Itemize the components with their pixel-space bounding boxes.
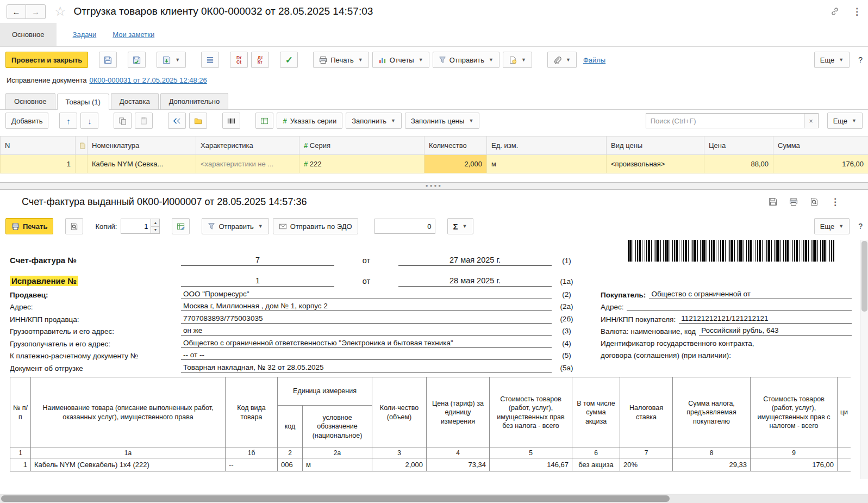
chevron-down-icon: ▼ xyxy=(358,57,363,63)
files-link[interactable]: Файлы xyxy=(583,56,605,64)
cell-cost-with-tax: 176,00 xyxy=(751,458,838,471)
cell-quantity[interactable]: 2,000 xyxy=(424,155,487,173)
printer-icon[interactable] xyxy=(789,197,798,206)
horizontal-scrollbar-thumb[interactable] xyxy=(1,495,670,502)
cell-price[interactable]: 88,00 xyxy=(704,155,773,173)
invoice-help-button[interactable]: ? xyxy=(858,222,863,231)
tab-main[interactable]: Основное xyxy=(0,23,57,46)
more-button[interactable]: Еще ▼ xyxy=(814,52,850,68)
create-based-on-button[interactable]: ▼ xyxy=(503,52,532,68)
post-button[interactable] xyxy=(128,52,146,68)
vertical-scrollbar-thumb[interactable] xyxy=(861,241,867,312)
cell-n[interactable]: 1 xyxy=(1,155,76,173)
chevron-down-icon: ▼ xyxy=(521,57,526,63)
form-settings-button[interactable] xyxy=(172,218,190,234)
consignee-row: Грузополучатель и его адрес: Общество с … xyxy=(10,336,582,348)
invoice-menu-dots-icon[interactable]: ⋮ xyxy=(830,196,840,208)
copies-decrement-button[interactable]: ▼ xyxy=(151,227,159,234)
seller-address-row: Адрес: Москва г, Миллионная , дом № 1, к… xyxy=(10,299,582,312)
search-input[interactable] xyxy=(646,113,804,128)
doc-tab-goods[interactable]: Товары (1) xyxy=(57,94,109,110)
correction-link[interactable]: 0К00-000031 от 27.05.2025 12:48:26 xyxy=(89,76,207,84)
cell-characteristic[interactable]: <характеристики не ... xyxy=(196,155,299,173)
fill-prices-button[interactable]: Заполнить цены ▼ xyxy=(405,113,479,129)
move-down-button[interactable]: ↓ xyxy=(80,113,98,129)
barcode-scan-button[interactable] xyxy=(222,113,240,129)
payment-doc-row: К платежно-расчетному документу № -- от … xyxy=(10,348,582,361)
buyer-block: Покупатель: Общество с ограниченной от А… xyxy=(601,287,852,359)
chevron-down-icon: ▼ xyxy=(391,118,396,123)
mark-1a: (1а) xyxy=(552,277,582,287)
save-button[interactable] xyxy=(99,52,117,68)
add-row-button[interactable]: Добавить xyxy=(5,113,48,129)
series-hash-icon: # xyxy=(304,160,308,168)
cell-series[interactable]: # 222 xyxy=(299,155,424,173)
post-dropdown-button[interactable]: ▼ xyxy=(157,52,186,68)
folder-button[interactable] xyxy=(189,113,207,129)
send-menu-button[interactable]: Отправить ▼ xyxy=(433,52,499,68)
doc-tab-delivery[interactable]: Доставка xyxy=(111,93,159,109)
favorite-star-icon[interactable]: ☆ xyxy=(54,4,66,19)
tab-tasks[interactable]: Задачи xyxy=(73,23,97,46)
edit-table-button[interactable] xyxy=(255,113,273,129)
post-and-close-button[interactable]: Провести и закрыть xyxy=(5,52,88,68)
back-button[interactable]: ← xyxy=(7,4,26,19)
print-preview-button[interactable] xyxy=(65,218,83,234)
col-cost-without-tax: Стоимость товаров (работ, услуг), имущес… xyxy=(490,377,572,448)
help-button[interactable]: ? xyxy=(858,55,863,64)
correction-number-label: Исправление № xyxy=(10,276,78,286)
copies-increment-button[interactable]: ▲ xyxy=(151,219,159,227)
doc-tab-main[interactable]: Основное xyxy=(5,93,55,109)
fill-button[interactable]: Заполнить ▼ xyxy=(346,113,402,129)
save-icon[interactable] xyxy=(769,197,777,206)
dtkt-icon: ДтКт xyxy=(258,55,263,64)
forward-button[interactable]: → xyxy=(26,4,46,19)
copies-stepper[interactable]: ▲ ▼ xyxy=(121,219,160,234)
doc-tab-additional[interactable]: Дополнительно xyxy=(160,93,229,109)
horizontal-scrollbar[interactable] xyxy=(0,494,868,503)
sum-button[interactable]: Σ ▼ xyxy=(447,218,473,234)
copy-row-button[interactable] xyxy=(114,113,132,129)
window-menu-dots-icon[interactable]: ⋮ xyxy=(852,6,861,17)
goods-more-button[interactable]: Еще ▼ xyxy=(827,113,863,129)
print-menu-button[interactable]: Печать ▼ xyxy=(313,52,369,68)
cell-unit[interactable]: м xyxy=(487,155,607,173)
cell-num: 1 xyxy=(10,458,31,471)
specify-series-button[interactable]: # Указать серии xyxy=(277,113,342,129)
cell-nomenclature[interactable]: Кабель NYM (Севка... xyxy=(88,155,196,173)
dtkt-register-button[interactable]: ДтКт xyxy=(251,52,269,68)
clear-search-button[interactable]: × xyxy=(804,113,819,128)
vertical-scrollbar[interactable] xyxy=(860,240,868,479)
col-tax-sum: Сумма налога, предъявляемая покупателю xyxy=(673,377,751,448)
series-hash-icon: # xyxy=(304,141,308,150)
document-tabs: Основное Товары (1) Доставка Дополнитель… xyxy=(0,87,868,110)
invoice-print-button[interactable]: Печать xyxy=(5,218,53,234)
page-title: Отгрузка товаров клиенту 0К00-000032 от … xyxy=(74,5,373,17)
invoice-more-button[interactable]: Еще ▼ xyxy=(814,218,850,234)
cell-unit-code: 006 xyxy=(278,458,303,471)
preview-icon[interactable] xyxy=(810,197,819,206)
move-up-button[interactable]: ↑ xyxy=(59,113,77,129)
check-button[interactable]: ✓ xyxy=(280,52,298,68)
counter-input[interactable] xyxy=(374,219,435,234)
cell-marker[interactable] xyxy=(76,155,88,173)
goods-row[interactable]: 1 Кабель NYM (Севка... <характеристики н… xyxy=(1,155,868,173)
table-edit-icon xyxy=(177,222,185,231)
drcr-register-button[interactable]: DrCt xyxy=(230,52,248,68)
cell-sum[interactable]: 176,00 xyxy=(773,155,868,173)
paste-row-button[interactable] xyxy=(135,113,153,129)
copies-input[interactable] xyxy=(121,219,151,234)
attachments-button[interactable]: ▼ xyxy=(547,52,577,68)
send-edo-button[interactable]: Отправить по ЭДО xyxy=(273,218,358,234)
currency-row: Валюта: наименование, код Российский руб… xyxy=(601,324,852,336)
reports-menu-button[interactable]: Отчеты ▼ xyxy=(372,52,429,68)
cell-price-type[interactable]: <произвольная> xyxy=(607,155,704,173)
movements-button[interactable] xyxy=(201,52,219,68)
link-icon[interactable] xyxy=(830,7,839,16)
tab-notes[interactable]: Мои заметки xyxy=(113,23,154,46)
correction-line: Исправление документа 0К00-000031 от 27.… xyxy=(0,73,868,87)
chevron-down-icon: ▼ xyxy=(175,57,180,63)
invoice-send-button[interactable]: Отправить ▼ xyxy=(202,218,268,234)
window-splitter[interactable]: ●●●● xyxy=(0,182,868,190)
compare-button[interactable] xyxy=(168,113,186,129)
